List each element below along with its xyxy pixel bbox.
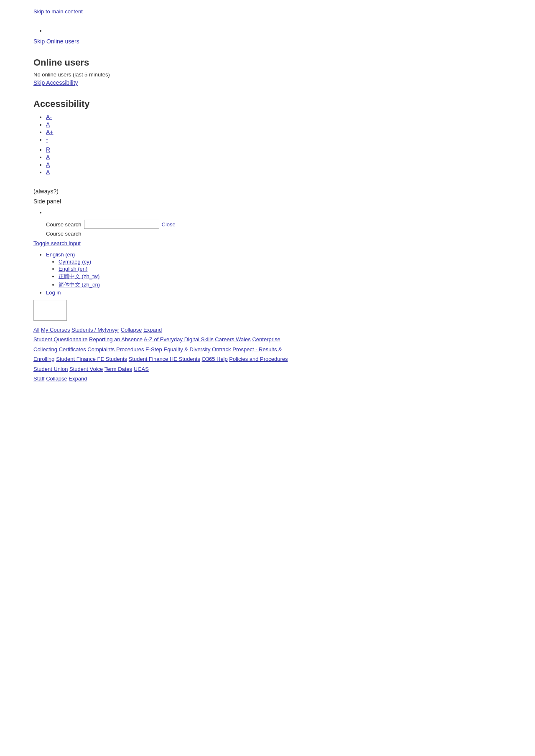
course-search-input[interactable] <box>84 220 159 229</box>
course-search-text: Course search <box>46 231 502 237</box>
nav-item-login[interactable]: Log in <box>46 289 502 296</box>
careers-wales-link[interactable]: Careers Wales <box>215 336 250 342</box>
staff-link[interactable]: Staff <box>33 375 45 382</box>
dash-link[interactable]: - <box>46 136 48 143</box>
skip-main-link[interactable]: Skip to main content <box>33 8 502 15</box>
staff-expand-link[interactable]: Expand <box>69 375 87 382</box>
skip-online-users-link[interactable]: Skip Online users <box>33 38 79 45</box>
equality-link[interactable]: Equality & Diversity <box>163 346 210 353</box>
accessibility-item-r[interactable]: R <box>46 146 502 153</box>
nav-list: English (en) Cymraeg (cy) English (en) 正… <box>33 251 502 296</box>
online-users-title: Online users <box>33 57 502 68</box>
logo-box <box>33 300 67 321</box>
accessibility-section: Accessibility A- A A+ - R A A A <box>33 99 502 175</box>
a4-link[interactable]: A <box>46 169 50 175</box>
expand-link[interactable]: Expand <box>143 327 162 333</box>
zh-cn-link[interactable]: 简体中文 (zh_cn) <box>59 282 100 288</box>
accessibility-item-a2[interactable]: A <box>46 154 502 160</box>
course-search-close[interactable]: Close <box>162 221 176 228</box>
login-link[interactable]: Log in <box>46 289 61 296</box>
lang-cymraeg[interactable]: Cymraeg (cy) <box>59 259 502 265</box>
cymraeg-link[interactable]: Cymraeg (cy) <box>59 259 91 265</box>
language-sub-list: Cymraeg (cy) English (en) 正體中文 (zh_tw) 简… <box>46 259 502 289</box>
accessibility-list: A- A A+ - R A A A <box>33 114 502 175</box>
student-voice-link[interactable]: Student Voice <box>69 366 103 372</box>
a2-link[interactable]: A <box>46 154 50 160</box>
policies-link[interactable]: Policies and Procedures <box>229 356 288 362</box>
staff-collapse-link[interactable]: Collapse <box>46 375 67 382</box>
a-plus-link[interactable]: A+ <box>46 129 54 135</box>
course-search-row: Course search Close <box>46 220 502 229</box>
toggle-search-input-link[interactable]: Toggle search input <box>33 240 502 246</box>
term-dates-link[interactable]: Term Dates <box>104 366 132 372</box>
a-link[interactable]: A <box>46 121 50 128</box>
accessibility-title: Accessibility <box>33 99 502 109</box>
all-link[interactable]: All <box>33 327 39 333</box>
student-union-link[interactable]: Student Union <box>33 366 68 372</box>
side-panel-bullet <box>46 209 502 216</box>
always-text: (always?) <box>33 188 502 195</box>
collecting-certs-link[interactable]: Collecting Certificates <box>33 346 86 353</box>
skip-accessibility-link[interactable]: Skip Accessibility <box>33 79 78 86</box>
centerprise-link[interactable]: Centerprise <box>252 336 280 342</box>
a3-link[interactable]: A <box>46 161 50 168</box>
e-step-link[interactable]: E-Step <box>145 346 162 353</box>
online-users-description: No online users (last 5 minutes) <box>33 71 502 78</box>
accessibility-item-a-minus[interactable]: A- <box>46 114 502 120</box>
accessibility-item-dash[interactable]: - <box>46 136 502 143</box>
course-search-label: Course search <box>46 221 82 228</box>
course-search-area: Course search Close Course search <box>46 220 502 237</box>
bottom-links: All My Courses Students / Myfyrwyr Colla… <box>33 325 502 383</box>
student-questionnaire-link[interactable]: Student Questionnaire <box>33 336 87 342</box>
english-link[interactable]: English (en) <box>59 266 87 272</box>
empty-bullet-item <box>46 27 502 34</box>
student-finance-he-link[interactable]: Student Finance HE Students <box>129 356 200 362</box>
a-z-link[interactable]: A-Z of Everyday Digital Skills <box>144 336 214 342</box>
my-courses-link[interactable]: My Courses <box>41 327 70 333</box>
a-minus-link[interactable]: A- <box>46 114 52 120</box>
lang-english[interactable]: English (en) <box>59 266 502 272</box>
online-users-section: Online users No online users (last 5 min… <box>33 57 502 86</box>
complaints-link[interactable]: Complaints Procedures <box>87 346 144 353</box>
english-en-link[interactable]: English (en) <box>46 251 75 258</box>
prospect-link[interactable]: Prospect - Results & <box>232 346 282 353</box>
lang-zh-tw[interactable]: 正體中文 (zh_tw) <box>59 273 502 280</box>
accessibility-item-a[interactable]: A <box>46 121 502 128</box>
lang-zh-cn[interactable]: 简体中文 (zh_cn) <box>59 281 502 289</box>
reporting-absence-link[interactable]: Reporting an Absence <box>89 336 143 342</box>
students-myfyrwyr-link[interactable]: Students / Myfyrwyr <box>71 327 119 333</box>
accessibility-item-a-plus[interactable]: A+ <box>46 129 502 135</box>
accessibility-item-a3[interactable]: A <box>46 161 502 168</box>
collapse-link[interactable]: Collapse <box>121 327 142 333</box>
nav-item-english[interactable]: English (en) Cymraeg (cy) English (en) 正… <box>46 251 502 289</box>
r-link[interactable]: R <box>46 146 50 153</box>
ontrack-link[interactable]: Ontrack <box>212 346 231 353</box>
side-panel-label: Side panel <box>33 198 502 205</box>
student-finance-fe-link[interactable]: Student Finance FE Students <box>56 356 127 362</box>
zh-tw-link[interactable]: 正體中文 (zh_tw) <box>59 273 99 279</box>
accessibility-item-a4[interactable]: A <box>46 169 502 175</box>
enrolling-link[interactable]: Enrolling <box>33 356 55 362</box>
ucas-link[interactable]: UCAS <box>134 366 149 372</box>
o365-link[interactable]: O365 Help <box>202 356 228 362</box>
